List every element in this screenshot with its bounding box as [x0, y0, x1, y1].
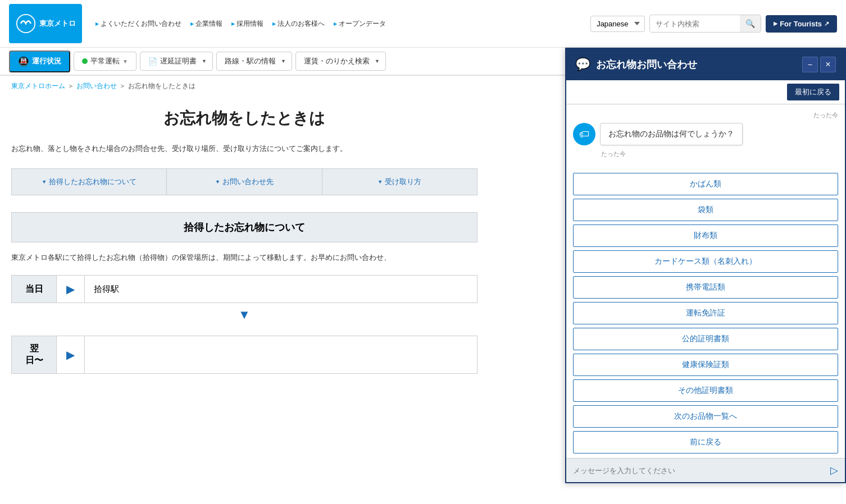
delay-label: 遅延証明書 — [160, 56, 197, 66]
breadcrumb-current: お忘れ物をしたときは — [128, 81, 195, 91]
chat-return-button[interactable]: 最初に戻る — [787, 84, 839, 100]
next-location-cell — [85, 336, 477, 374]
tab-found-items[interactable]: 拾得したお忘れ物について — [12, 169, 167, 195]
route-label: 路線・駅の情報 — [225, 56, 276, 66]
choice-drivers-license[interactable]: 運転免許証 — [573, 302, 838, 324]
choice-card-case[interactable]: カードケース類（名刺入れ） — [573, 250, 838, 273]
header: 東京メトロ よくいただくお問い合わせ 企業情報 採用情報 法人のお客様へ オープ… — [0, 0, 846, 48]
choice-mobile[interactable]: 携帯電話類 — [573, 276, 838, 299]
metro-logo-icon — [16, 13, 36, 34]
document-icon: 📄 — [148, 57, 157, 66]
normal-operation-label: 平常運転 — [90, 56, 120, 66]
green-status-dot — [82, 58, 88, 64]
chat-bubble-1: お忘れ物のお品物は何でしょうか？ — [600, 123, 743, 145]
search-box: 🔍 — [649, 15, 761, 33]
nav-link-inquiries[interactable]: よくいただくお問い合わせ — [95, 19, 181, 29]
choice-other-docs[interactable]: その他証明書類 — [573, 379, 838, 396]
table-row: 当日 ▶ 拾得駅 — [12, 276, 477, 303]
chat-timestamp-2: たった今 — [573, 150, 838, 158]
chat-header: 💬 お忘れ物お問い合わせ － × — [566, 49, 845, 80]
tab-pickup-label: 受け取り方 — [385, 177, 421, 187]
header-right: Japanese English 中文 한국어 🔍 For Tourists ↗ — [590, 15, 837, 33]
main-content: お忘れ物をしたときは お忘れ物、落とし物をされた場合のお問合せ先、受け取り場所、… — [0, 108, 489, 396]
nav-link-corporate[interactable]: 法人のお客様へ — [272, 19, 325, 29]
table-row-next: 翌日〜 ▶ — [12, 336, 477, 374]
next-day-cell: 翌日〜 — [12, 336, 57, 374]
chat-body: たった今 🏷 お忘れ物のお品物は何でしょうか？ たった今 — [566, 104, 845, 171]
chat-icon: 💬 — [575, 57, 590, 72]
page-description: お忘れ物、落とし物をされた場合のお問合せ先、受け取り場所、受け取り方法についてご… — [11, 143, 477, 155]
chat-return-bar: 最初に戻る — [566, 80, 845, 104]
tab-contact-label: お問い合わせ先 — [222, 177, 274, 187]
breadcrumb-inquiry[interactable]: お問い合わせ — [76, 81, 117, 91]
choice-wallet[interactable]: 財布類 — [573, 224, 838, 247]
section-description: 東京メトロ各駅にて拾得したお忘れ物（拾得物）の保管場所は、期間によって移動します… — [11, 251, 477, 264]
bot-avatar-icon: 🏷 — [579, 129, 589, 140]
next-arrow-cell: ▶ — [57, 336, 85, 374]
chevron-down-icon: ▼ — [122, 58, 128, 65]
logo-text: 東京メトロ — [39, 19, 76, 29]
chat-minimize-button[interactable]: － — [802, 57, 818, 72]
section-title: 拾得したお忘れ物について — [184, 222, 305, 233]
day-cell: 当日 — [12, 276, 57, 303]
status-label: 運行状況 — [32, 56, 61, 66]
down-arrow: ▼ — [11, 303, 477, 327]
top-navigation: よくいただくお問い合わせ 企業情報 採用情報 法人のお客様へ オープンデータ — [95, 19, 590, 29]
chat-avatar: 🏷 — [573, 123, 595, 145]
tab-found-label: 拾得したお忘れ物について — [49, 177, 137, 187]
tab-pickup[interactable]: 受け取り方 — [322, 169, 477, 195]
operation-status-button[interactable]: 🚇 運行状況 — [9, 51, 70, 72]
chat-message-1: 🏷 お忘れ物のお品物は何でしょうか？ — [573, 123, 838, 145]
language-selector[interactable]: Japanese English 中文 한국어 — [590, 16, 645, 32]
chat-widget: 💬 お忘れ物お問い合わせ － × 最初に戻る たった今 🏷 お忘れ物のお品物は何… — [565, 48, 846, 396]
chat-timestamp-1: たった今 — [573, 111, 838, 120]
choice-bags[interactable]: かばん類 — [573, 173, 838, 195]
nav-link-company[interactable]: 企業情報 — [190, 19, 222, 29]
normal-operation-indicator[interactable]: 平常運転 ▼ — [74, 52, 137, 71]
tab-contact[interactable]: お問い合わせ先 — [167, 169, 322, 195]
choice-health-insurance[interactable]: 健康保険証類 — [573, 354, 838, 376]
chat-choices: かばん類 袋類 財布類 カードケース類（名刺入れ） 携帯電話類 運転免許証 公的… — [566, 171, 845, 396]
lost-items-table: 当日 ▶ 拾得駅 — [11, 275, 477, 303]
tab-navigation: 拾得したお忘れ物について お問い合わせ先 受け取り方 — [11, 168, 477, 195]
external-link-icon: ↗ — [824, 20, 829, 28]
choice-public-id[interactable]: 公的証明書類 — [573, 328, 838, 350]
nav-link-recruit[interactable]: 採用情報 — [231, 19, 263, 29]
chat-header-actions: － × — [802, 57, 836, 72]
page-title: お忘れ物をしたときは — [11, 108, 477, 129]
logo-box[interactable]: 東京メトロ — [9, 4, 82, 43]
nav-link-opendata[interactable]: オープンデータ — [334, 19, 386, 29]
delay-certificate-button[interactable]: 📄 遅延証明書 — [140, 52, 213, 71]
chat-header-title: お忘れ物お問い合わせ — [596, 58, 697, 71]
for-tourists-label: For Tourists — [780, 20, 822, 28]
breadcrumb-sep-1: ＞ — [67, 81, 74, 91]
location-cell: 拾得駅 — [85, 276, 477, 303]
breadcrumb-home[interactable]: 東京メトロホーム — [11, 81, 65, 91]
section-header: 拾得したお忘れ物について — [11, 212, 477, 242]
train-icon: 🚇 — [18, 56, 29, 67]
search-input[interactable] — [650, 16, 740, 31]
arrow-cell: ▶ — [57, 276, 85, 303]
logo-area: 東京メトロ — [9, 4, 82, 43]
search-button[interactable]: 🔍 — [740, 15, 761, 32]
breadcrumb-sep-2: ＞ — [119, 81, 126, 91]
fare-label: 運賃・のりかえ検索 — [304, 56, 370, 66]
choice-bags2[interactable]: 袋類 — [573, 199, 838, 221]
route-info-button[interactable]: 路線・駅の情報 — [216, 52, 292, 71]
chat-close-button[interactable]: × — [820, 57, 836, 72]
lost-items-table-next: 翌日〜 ▶ — [11, 336, 477, 374]
fare-search-button[interactable]: 運賃・のりかえ検索 — [295, 52, 386, 71]
for-tourists-button[interactable]: For Tourists ↗ — [766, 15, 837, 33]
